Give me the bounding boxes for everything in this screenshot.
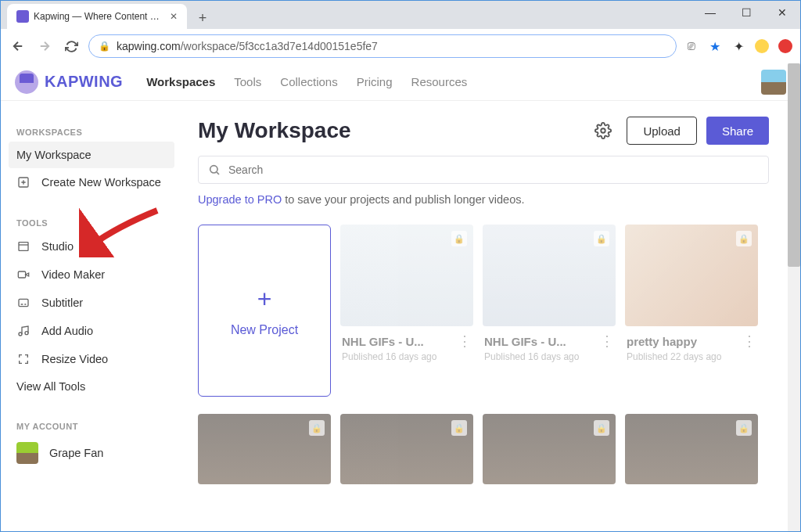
- lock-icon: 🔒: [594, 420, 609, 436]
- project-thumbnail: 🔒: [483, 414, 616, 484]
- lock-icon: 🔒: [309, 420, 325, 436]
- address-bar[interactable]: 🔒 kapwing.com/workspace/5f3cc1a3d7e14d00…: [88, 34, 677, 58]
- app-header: KAPWING Workspaces Tools Collections Pri…: [1, 63, 800, 101]
- scrollbar-thumb[interactable]: [788, 63, 800, 267]
- lock-icon: 🔒: [451, 420, 467, 436]
- reload-button[interactable]: [62, 37, 81, 56]
- project-meta: Published 16 days ago: [484, 351, 614, 364]
- project-card[interactable]: 🔒: [340, 414, 473, 484]
- url-text: kapwing.com/workspace/5f3cc1a3d7e14d0015…: [117, 40, 378, 52]
- subtitle-icon: [16, 296, 31, 310]
- project-card[interactable]: 🔒 NHL GIFs - U... ⋮ Published 16 days ag…: [483, 225, 616, 397]
- new-tab-button[interactable]: +: [192, 7, 214, 29]
- music-icon: [16, 324, 31, 338]
- upgrade-link[interactable]: Upgrade to PRO: [198, 193, 282, 206]
- lock-icon: 🔒: [736, 420, 752, 436]
- account-avatar-icon: [16, 442, 38, 464]
- sidebar-create-workspace[interactable]: Create New Workspace: [9, 168, 174, 196]
- extension-2-icon[interactable]: [778, 39, 792, 53]
- svg-rect-1: [19, 243, 28, 251]
- project-card[interactable]: 🔒 NHL GIFs - U... ⋮ Published 16 days ag…: [340, 225, 473, 397]
- project-thumbnail: 🔒: [198, 414, 331, 484]
- view-all-tools[interactable]: View All Tools: [9, 373, 174, 400]
- lock-icon: 🔒: [99, 41, 110, 52]
- project-card[interactable]: 🔒 pretty happy ⋮ Published 22 days ago: [625, 225, 758, 397]
- browser-chrome: — ☐ ✕ Kapwing — Where Content Crea ✕ + 🔒…: [1, 1, 800, 63]
- project-card[interactable]: 🔒: [625, 414, 758, 484]
- brand-name: KAPWING: [45, 73, 123, 91]
- project-card[interactable]: 🔒: [483, 414, 616, 484]
- back-button[interactable]: [9, 37, 27, 56]
- main-content: My Workspace Upload Share Upgrade to PRO…: [182, 101, 800, 532]
- settings-button[interactable]: [589, 117, 617, 145]
- primary-nav: Workspaces Tools Collections Pricing Res…: [146, 75, 467, 88]
- sidebar-resize-video[interactable]: Resize Video: [9, 345, 174, 373]
- gear-icon: [594, 122, 612, 139]
- favicon-icon: [16, 10, 29, 23]
- account-heading: MY ACCOUNT: [9, 417, 174, 436]
- video-icon: [16, 268, 31, 282]
- project-thumbnail: 🔒: [625, 225, 758, 326]
- svg-point-4: [19, 332, 22, 336]
- resize-icon: [16, 352, 31, 366]
- search-input[interactable]: [228, 164, 759, 176]
- nav-pricing[interactable]: Pricing: [357, 75, 393, 88]
- tab-title: Kapwing — Where Content Crea: [34, 11, 165, 22]
- extensions-icon[interactable]: ✦: [731, 39, 745, 53]
- svg-point-6: [602, 128, 606, 133]
- close-tab-icon[interactable]: ✕: [170, 11, 178, 22]
- sidebar-add-audio[interactable]: Add Audio: [9, 317, 174, 345]
- project-thumbnail: 🔒: [625, 414, 758, 484]
- lock-icon: 🔒: [594, 231, 609, 246]
- user-avatar[interactable]: [761, 70, 786, 95]
- minimize-window[interactable]: —: [692, 1, 728, 24]
- nav-tools[interactable]: Tools: [234, 75, 261, 88]
- sidebar-video-maker[interactable]: Video Maker: [9, 261, 174, 289]
- project-title: NHL GIFs - U...: [342, 335, 424, 348]
- svg-point-5: [25, 332, 28, 335]
- share-button[interactable]: Share: [706, 117, 769, 145]
- sidebar: WORKSPACES My Workspace Create New Works…: [1, 101, 182, 532]
- logo-icon: [15, 70, 38, 94]
- sidebar-studio[interactable]: Studio: [9, 232, 174, 261]
- project-meta: Published 22 days ago: [627, 351, 756, 364]
- account-user[interactable]: Grape Fan: [9, 436, 174, 470]
- project-meta: Published 16 days ago: [342, 351, 472, 364]
- page-title: My Workspace: [198, 118, 580, 143]
- browser-tab[interactable]: Kapwing — Where Content Crea ✕: [7, 4, 187, 29]
- layout-icon: [16, 239, 31, 253]
- project-title: pretty happy: [627, 335, 697, 348]
- project-title: NHL GIFs - U...: [484, 335, 566, 348]
- lock-icon: 🔒: [736, 231, 752, 246]
- kebab-menu-icon[interactable]: ⋮: [458, 332, 472, 350]
- kebab-menu-icon[interactable]: ⋮: [600, 332, 614, 350]
- extension-1-icon[interactable]: [755, 39, 769, 53]
- new-project-card[interactable]: + New Project: [198, 225, 331, 397]
- upload-button[interactable]: Upload: [627, 117, 697, 145]
- cast-icon[interactable]: ⎚: [684, 39, 699, 53]
- nav-collections[interactable]: Collections: [280, 75, 337, 88]
- project-thumbnail: 🔒: [340, 225, 473, 326]
- sidebar-my-workspace[interactable]: My Workspace: [9, 142, 174, 168]
- projects-grid: + New Project 🔒 NHL GIFs - U... ⋮ Publis…: [198, 225, 769, 484]
- maximize-window[interactable]: ☐: [728, 1, 764, 24]
- forward-button[interactable]: [35, 37, 54, 56]
- bookmark-star-icon[interactable]: ★: [708, 39, 722, 53]
- close-window[interactable]: ✕: [764, 1, 800, 24]
- nav-resources[interactable]: Resources: [411, 75, 468, 88]
- project-thumbnail: 🔒: [483, 225, 616, 326]
- svg-rect-3: [19, 299, 28, 306]
- svg-point-7: [210, 166, 217, 173]
- kebab-menu-icon[interactable]: ⋮: [742, 332, 756, 350]
- search-icon: [208, 164, 221, 176]
- sidebar-subtitler[interactable]: Subtitler: [9, 289, 174, 317]
- workspaces-heading: WORKSPACES: [9, 123, 174, 142]
- tools-heading: TOOLS: [9, 214, 174, 232]
- project-card[interactable]: 🔒: [198, 414, 331, 484]
- upgrade-banner: Upgrade to PRO to save your projects and…: [198, 193, 769, 206]
- nav-workspaces[interactable]: Workspaces: [146, 75, 215, 88]
- search-box[interactable]: [198, 156, 769, 184]
- scrollbar[interactable]: [788, 63, 800, 532]
- project-thumbnail: 🔒: [340, 414, 473, 484]
- brand-logo[interactable]: KAPWING: [15, 70, 123, 94]
